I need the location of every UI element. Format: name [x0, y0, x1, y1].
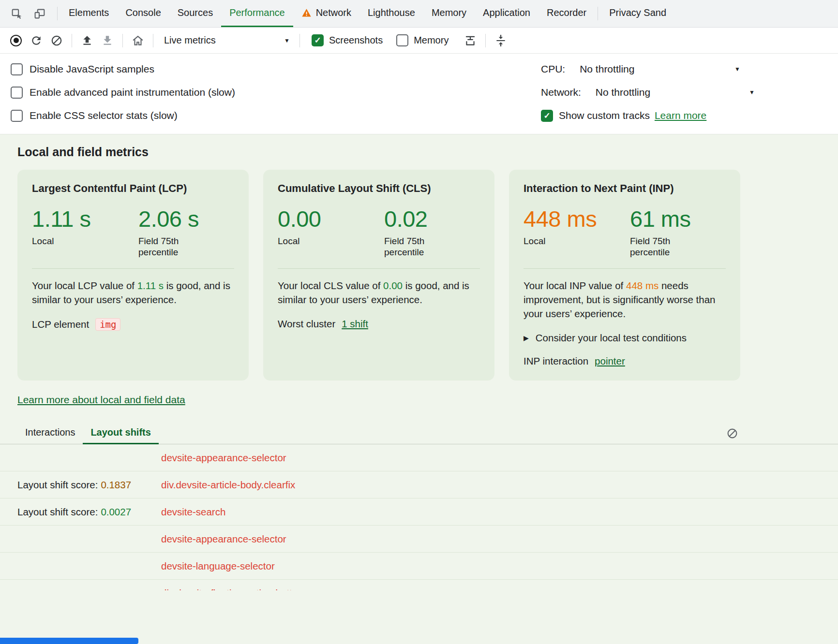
tab-network[interactable]: Network: [293, 0, 359, 27]
checkbox-checked-icon: ✓: [312, 34, 324, 46]
cpu-throttling-select[interactable]: No throttling ▼: [580, 63, 740, 75]
screenshots-checkbox[interactable]: ✓ Screenshots: [312, 34, 383, 46]
chevron-down-icon: ▼: [749, 89, 755, 96]
divider: [72, 34, 72, 47]
reload-and-record-button[interactable]: [26, 31, 46, 50]
disclosure-triangle-icon: ▶: [524, 334, 529, 342]
inp-interaction-label: INP interaction: [524, 355, 588, 367]
score-value: 0.1837: [101, 479, 131, 490]
clear-icon: [726, 427, 738, 439]
tab-layout-shifts[interactable]: Layout shifts: [83, 422, 158, 444]
vertical-align-center-icon: [494, 34, 507, 47]
tab-application[interactable]: Application: [475, 0, 539, 27]
score-label: Layout shift score:: [17, 506, 98, 517]
lcp-field-value: 2.06 s: [138, 206, 199, 232]
live-metrics-view: Local and field metrics Largest Contentf…: [0, 134, 838, 644]
collect-garbage-button[interactable]: [460, 31, 480, 50]
learn-more-link[interactable]: Learn more: [655, 110, 706, 121]
home-icon: [132, 34, 144, 47]
layout-shift-row: devsite-appearance-selector: [0, 444, 838, 471]
layout-shifts-log: devsite-appearance-selector Layout shift…: [0, 444, 838, 590]
tab-console[interactable]: Console: [117, 0, 169, 27]
metric-cards: Largest Contentful Paint (LCP) 1.11 s Lo…: [17, 170, 821, 381]
layout-shift-row: Layout shift score:0.1837 div.devsite-ar…: [0, 471, 838, 498]
chevron-down-icon: ▼: [284, 37, 290, 44]
checkbox-unchecked-icon: [11, 63, 23, 75]
layout-shift-row: div.devsite-floating-action-buttons: [0, 580, 838, 590]
cls-local-label: Local: [278, 235, 384, 247]
cls-description: Your local CLS value of 0.00 is good, an…: [278, 278, 480, 307]
capture-settings: Disable JavaScript samples Enable advanc…: [0, 54, 838, 134]
inp-interaction-link[interactable]: pointer: [595, 355, 625, 367]
throttling-settings: CPU: No throttling ▼ Network: No throttl…: [541, 58, 755, 127]
clear-log-button[interactable]: [724, 425, 740, 441]
node-link[interactable]: devsite-language-selector: [161, 560, 275, 572]
warning-icon: [301, 8, 312, 18]
consider-local-test-conditions-expander[interactable]: ▶ Consider your local test conditions: [524, 332, 726, 344]
save-profile-button[interactable]: [97, 31, 118, 50]
checkbox-checked-icon[interactable]: ✓: [541, 110, 553, 122]
download-icon: [101, 34, 114, 47]
tab-interactions[interactable]: Interactions: [17, 422, 83, 444]
device-toolbar-icon[interactable]: [30, 4, 49, 23]
tab-performance[interactable]: Performance: [221, 0, 293, 27]
vertical-align-button[interactable]: [491, 31, 511, 50]
layout-shift-row: Layout shift score:0.0027 devsite-search: [0, 498, 838, 526]
home-button[interactable]: [128, 31, 148, 50]
lcp-card-title: Largest Contentful Paint (LCP): [32, 182, 234, 195]
divider: [153, 34, 153, 47]
checkbox-unchecked-icon: [396, 34, 408, 46]
divider: [485, 34, 486, 47]
lcp-local-value: 1.11 s: [32, 206, 138, 232]
cls-field-label: Field 75th percentile: [384, 235, 443, 258]
tab-lighthouse[interactable]: Lighthouse: [359, 0, 423, 27]
inp-field-value: 61 ms: [630, 206, 691, 232]
score-label: Layout shift score:: [17, 479, 98, 490]
inp-card-title: Interaction to Next Paint (INP): [524, 182, 726, 195]
layout-shift-row: devsite-appearance-selector: [0, 526, 838, 553]
layout-shift-row: devsite-language-selector: [0, 553, 838, 580]
view-mode-select[interactable]: Live metrics ▼: [158, 31, 295, 50]
learn-more-local-field-link[interactable]: Learn more about local and field data: [17, 394, 185, 406]
cls-card: Cumulative Layout Shift (CLS) 0.00 Local…: [263, 170, 494, 381]
checkbox-unchecked-icon: [11, 110, 23, 122]
network-throttling-select[interactable]: No throttling ▼: [596, 87, 755, 98]
tab-sources[interactable]: Sources: [169, 0, 221, 27]
lcp-field-label: Field 75th percentile: [138, 235, 197, 258]
lcp-element-label: LCP element: [32, 319, 89, 330]
tab-memory[interactable]: Memory: [423, 0, 475, 27]
node-link[interactable]: div.devsite-article-body.clearfix: [161, 479, 295, 491]
divider: [32, 268, 234, 269]
performance-toolbar: Live metrics ▼ ✓ Screenshots Memory: [0, 28, 838, 54]
tab-privacy-sandbox[interactable]: Privacy Sand: [601, 0, 674, 27]
lcp-element-node-link[interactable]: img: [95, 318, 120, 331]
checkbox-unchecked-icon: [11, 87, 23, 99]
node-link[interactable]: div.devsite-floating-action-buttons: [161, 587, 308, 591]
tab-elements[interactable]: Elements: [60, 0, 117, 27]
devtools-tab-bar: Elements Console Sources Performance Net…: [0, 0, 838, 28]
lcp-local-label: Local: [32, 235, 138, 247]
cls-local-value: 0.00: [278, 206, 384, 232]
worst-cluster-link[interactable]: 1 shift: [342, 318, 368, 330]
node-link[interactable]: devsite-appearance-selector: [161, 452, 286, 464]
divider: [122, 34, 123, 47]
inp-field-label: Field 75th percentile: [630, 235, 689, 258]
horizontal-scrollbar-thumb[interactable]: [0, 638, 138, 644]
clear-recording-button[interactable]: [46, 31, 67, 50]
record-button[interactable]: [6, 31, 26, 50]
inspect-element-icon[interactable]: [7, 4, 26, 23]
node-link[interactable]: devsite-appearance-selector: [161, 533, 286, 545]
lcp-card: Largest Contentful Paint (LCP) 1.11 s Lo…: [17, 170, 249, 381]
divider: [524, 268, 726, 269]
upload-icon: [81, 34, 93, 47]
tab-recorder[interactable]: Recorder: [539, 0, 595, 27]
memory-checkbox[interactable]: Memory: [396, 34, 449, 46]
inp-local-label: Local: [524, 235, 630, 247]
score-value: 0.0027: [101, 506, 131, 517]
divider: [598, 7, 598, 20]
divider: [278, 268, 480, 269]
load-profile-button[interactable]: [77, 31, 97, 50]
node-link[interactable]: devsite-search: [161, 506, 225, 518]
network-throttling-row: Network: No throttling ▼: [541, 81, 755, 104]
inp-description: Your local INP value of 448 ms needs imp…: [524, 278, 726, 321]
